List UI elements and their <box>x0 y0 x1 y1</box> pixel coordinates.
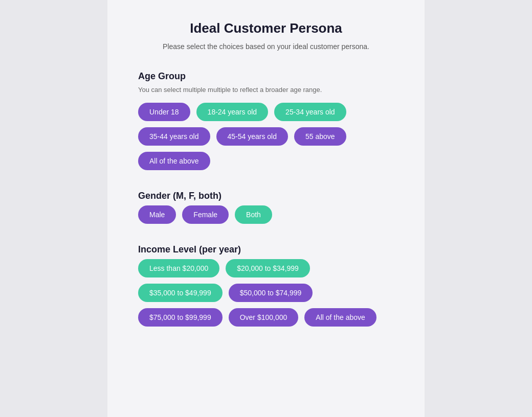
page-container: Ideal Customer Persona Please select the… <box>107 0 425 417</box>
option-btn-gender-0[interactable]: Male <box>138 205 176 224</box>
section-age-group: Age GroupYou can select multiple multipl… <box>138 71 394 170</box>
option-btn-age-group-4[interactable]: 45-54 years old <box>216 127 289 146</box>
option-btn-income-level-0[interactable]: Less than $20,000 <box>138 259 219 277</box>
option-btn-income-level-2[interactable]: $35,000 to $49,999 <box>138 284 223 302</box>
option-btn-income-level-5[interactable]: Over $100,000 <box>229 308 299 327</box>
section-title-age-group: Age Group <box>138 71 394 82</box>
sections-container: Age GroupYou can select multiple multipl… <box>138 71 394 327</box>
option-btn-age-group-3[interactable]: 35-44 years old <box>138 127 210 146</box>
option-btn-income-level-4[interactable]: $75,000 to $99,999 <box>138 308 223 327</box>
section-income-level: Income Level (per year)Less than $20,000… <box>138 244 394 327</box>
option-btn-income-level-3[interactable]: $50,000 to $74,999 <box>229 284 313 302</box>
section-title-gender: Gender (M, F, both) <box>138 191 394 201</box>
option-btn-age-group-0[interactable]: Under 18 <box>138 103 190 121</box>
options-group-income-level: Less than $20,000$20,000 to $34,999$35,0… <box>138 259 394 327</box>
option-btn-age-group-6[interactable]: All of the above <box>138 152 210 170</box>
options-group-gender: MaleFemaleBoth <box>138 205 394 224</box>
option-btn-age-group-2[interactable]: 25-34 years old <box>274 103 346 121</box>
page-title: Ideal Customer Persona <box>138 20 394 36</box>
section-desc-age-group: You can select multiple multiple to refl… <box>138 86 394 94</box>
option-btn-income-level-6[interactable]: All of the above <box>304 308 376 327</box>
option-btn-age-group-1[interactable]: 18-24 years old <box>196 103 269 121</box>
section-title-income-level: Income Level (per year) <box>138 244 394 255</box>
option-btn-gender-1[interactable]: Female <box>182 205 229 224</box>
page-subtitle: Please select the choices based on your … <box>138 42 394 51</box>
option-btn-gender-2[interactable]: Both <box>235 205 272 224</box>
options-group-age-group: Under 1818-24 years old25-34 years old35… <box>138 103 394 170</box>
option-btn-income-level-1[interactable]: $20,000 to $34,999 <box>226 259 310 277</box>
section-gender: Gender (M, F, both)MaleFemaleBoth <box>138 191 394 224</box>
option-btn-age-group-5[interactable]: 55 above <box>294 127 346 146</box>
